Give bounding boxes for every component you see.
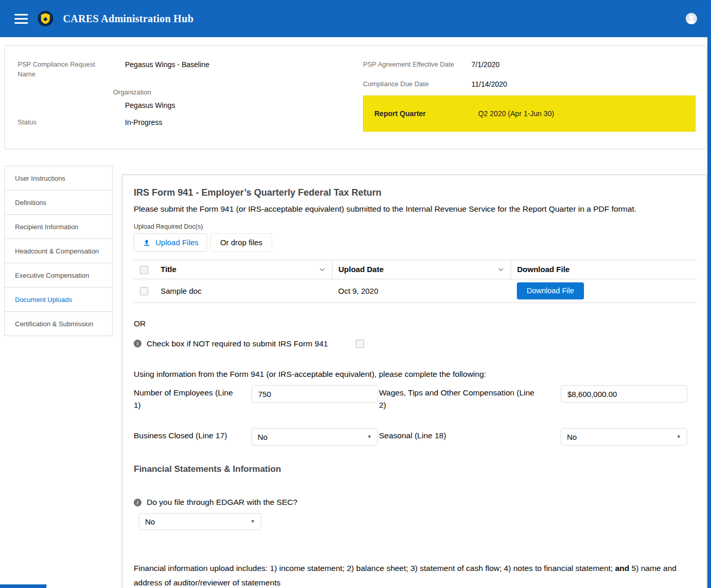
vertical-scrollbar[interactable]	[707, 0, 711, 588]
upload-required-label: Upload Required Doc(s)	[134, 223, 697, 230]
business-closed-select[interactable]: No ▼	[251, 428, 378, 446]
chevron-down-icon[interactable]	[319, 266, 326, 273]
edgar-value: No	[145, 517, 155, 526]
employees-label: Number of Employees (Line 1)	[134, 385, 251, 411]
or-separator-text: OR	[134, 317, 697, 329]
wages-input[interactable]	[561, 385, 687, 403]
file-upload-area: Upload Files Or drop files	[134, 233, 697, 252]
sidebar-item-executive-compensation[interactable]: Executive Compensation	[4, 263, 113, 288]
dropdown-arrow-icon: ▼	[367, 434, 372, 439]
not-required-label: Check box if NOT required to submit IRS …	[147, 338, 328, 349]
upload-date-cell: Oct 9, 2020	[332, 279, 511, 303]
app-title: CARES Administration Hub	[63, 13, 194, 25]
sidebar-item-label: Definitions	[15, 199, 46, 206]
select-all-checkbox[interactable]	[140, 266, 148, 274]
employees-input[interactable]	[251, 385, 378, 403]
sidebar-item-label: Document Uploads	[15, 296, 72, 304]
request-name-value: Pegasus Wings - Baseline	[125, 60, 209, 80]
sidebar-item-recipient-information[interactable]: Recipient Information	[4, 214, 113, 239]
sidebar-item-label: Recipient Information	[15, 223, 78, 231]
complete-following-text: Using information from the Form 941 (or …	[134, 368, 697, 380]
report-quarter-label: Report Quarter	[374, 109, 478, 118]
business-closed-label: Business Closed (Line 17)	[134, 428, 251, 442]
not-required-checkbox[interactable]	[356, 340, 364, 348]
content-area: User Instructions Definitions Recipient …	[4, 166, 707, 588]
summary-left-column: PSP Compliance Request Name Pegasus Wing…	[18, 60, 363, 135]
form-941-fields: Number of Employees (Line 1) Wages, Tips…	[134, 385, 697, 446]
horizontal-scrollbar[interactable]	[0, 584, 46, 588]
sidebar-item-definitions[interactable]: Definitions	[4, 190, 113, 215]
sidebar-item-headcount-compensation[interactable]: Headcount & Compensation	[4, 239, 113, 263]
report-quarter-value: Q2 2020 (Apr 1-Jun 30)	[478, 109, 554, 118]
document-uploads-panel: IRS Form 941 - Employer’s Quarterly Fede…	[122, 174, 707, 588]
upload-files-button[interactable]: Upload Files	[134, 233, 207, 252]
info-icon[interactable]: i	[134, 340, 141, 347]
seasonal-value: No	[567, 433, 577, 441]
irs-form-heading: IRS Form 941 - Employer’s Quarterly Fede…	[134, 187, 697, 198]
app-header: CARES Administration Hub	[0, 0, 711, 37]
status-value: In-Progress	[125, 118, 162, 128]
table-row: Sample doc Oct 9, 2020 Download File	[134, 279, 697, 303]
seasonal-label: Seasonal (Line 18)	[379, 428, 561, 442]
sidebar-item-label: Certification & Submission	[15, 320, 93, 328]
sidebar-item-label: Headcount & Compensation	[15, 247, 99, 255]
seasonal-select[interactable]: No ▼	[561, 428, 687, 446]
due-date-value: 11/14/2020	[471, 80, 507, 89]
financial-upload-note-bold: and	[615, 564, 629, 573]
edgar-question-label: Do you file through EDGAR with the SEC?	[147, 496, 297, 508]
download-file-button[interactable]: Download File	[517, 282, 584, 299]
drop-files-zone[interactable]: Or drop files	[210, 233, 272, 252]
documents-table: Title Upload Date	[134, 260, 697, 303]
column-header-title[interactable]: Title	[154, 260, 332, 279]
financial-upload-note: Financial information upload includes: 1…	[134, 561, 681, 588]
column-header-download-file-label: Download File	[517, 265, 570, 274]
business-closed-value: No	[258, 433, 267, 441]
request-name-label: PSP Compliance Request Name	[18, 60, 125, 80]
sidebar-item-user-instructions[interactable]: User Instructions	[4, 166, 113, 190]
drop-files-label: Or drop files	[220, 238, 262, 247]
edgar-question-row: i Do you file through EDGAR with the SEC…	[134, 496, 697, 508]
edgar-select[interactable]: No ▼	[139, 513, 261, 530]
sidebar-item-label: Executive Compensation	[15, 272, 89, 279]
due-date-label: Compliance Due Date	[363, 80, 471, 89]
app-logo-shield-icon	[37, 10, 54, 27]
financial-statements-heading: Financial Statements & Information	[134, 464, 697, 474]
effective-date-value: 7/1/2020	[471, 60, 500, 70]
irs-form-instructions: Please submit the Form 941 (or IRS-accep…	[134, 203, 689, 215]
sidebar-item-certification-submission[interactable]: Certification & Submission	[4, 311, 113, 336]
sidebar-item-label: User Instructions	[15, 174, 66, 182]
effective-date-label: PSP Agreement Effective Date	[363, 60, 471, 70]
financial-upload-note-prefix: Financial information upload includes: 1…	[134, 564, 615, 573]
info-icon[interactable]: i	[134, 499, 141, 506]
menu-icon[interactable]	[14, 11, 28, 26]
column-header-title-label: Title	[161, 265, 177, 274]
status-label: Status	[18, 118, 125, 128]
row-checkbox[interactable]	[140, 287, 148, 295]
summary-right-column: PSP Agreement Effective Date 7/1/2020 Co…	[363, 60, 696, 135]
column-header-upload-date[interactable]: Upload Date	[332, 260, 511, 279]
report-quarter-highlight: Report Quarter Q2 2020 (Apr 1-Jun 30)	[363, 96, 696, 132]
organization-label: Organization	[113, 88, 363, 98]
not-required-row: i Check box if NOT required to submit IR…	[134, 338, 697, 349]
wages-label: Wages, Tips and Other Compensation (Line…	[379, 385, 561, 411]
user-avatar-icon[interactable]	[685, 12, 698, 25]
table-header-row: Title Upload Date	[134, 260, 697, 279]
column-header-upload-date-label: Upload Date	[339, 265, 384, 274]
dropdown-arrow-icon: ▼	[250, 519, 255, 524]
compliance-summary-card: PSP Compliance Request Name Pegasus Wing…	[4, 45, 707, 149]
upload-icon	[143, 239, 151, 247]
chevron-down-icon[interactable]	[497, 266, 504, 273]
organization-field: Organization Pegasus Wings	[113, 88, 363, 109]
document-title-cell: Sample doc	[154, 279, 332, 303]
sidebar: User Instructions Definitions Recipient …	[4, 166, 113, 336]
sidebar-item-document-uploads[interactable]: Document Uploads	[4, 287, 113, 312]
upload-files-label: Upload Files	[155, 238, 198, 247]
dropdown-arrow-icon: ▼	[676, 434, 681, 439]
column-header-download-file: Download File	[511, 260, 697, 279]
organization-value: Pegasus Wings	[125, 101, 363, 109]
